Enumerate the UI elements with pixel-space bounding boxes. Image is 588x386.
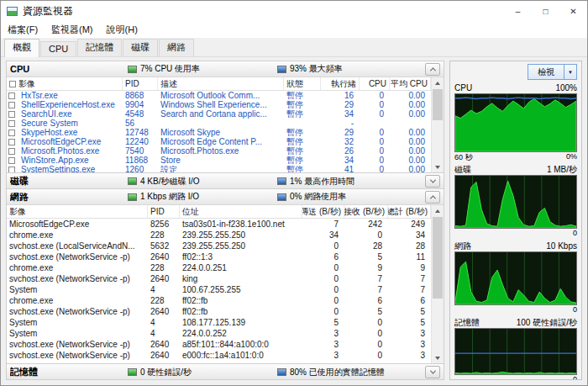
network-scrollbar-track[interactable] bbox=[432, 216, 444, 352]
dropdown-arrow-icon[interactable]: ▼ bbox=[564, 65, 576, 79]
network-table-row[interactable]: svchost.exe (NetworkService -p)2640king0… bbox=[7, 273, 431, 284]
network-scrollbar[interactable] bbox=[431, 205, 444, 363]
send-bps: 0 bbox=[302, 307, 344, 316]
menu-monitor[interactable]: 監視器(M) bbox=[45, 22, 100, 38]
maximize-button[interactable]: □ bbox=[532, 1, 559, 21]
tab-cpu[interactable]: CPU bbox=[40, 41, 76, 56]
process-pid: 1260 bbox=[123, 165, 158, 172]
row-checkbox[interactable] bbox=[7, 148, 18, 155]
net-col-pid[interactable]: PID bbox=[148, 205, 180, 218]
network-table-row[interactable]: System4224.0.0.252303 bbox=[7, 328, 431, 339]
scroll-up-button[interactable] bbox=[432, 205, 444, 216]
network-io-label: 1 Kbps 網路 I/O bbox=[140, 191, 199, 203]
menu-help[interactable]: 說明(H) bbox=[100, 22, 144, 38]
cpu-table-row[interactable]: MicrosoftEdgeCP.exe12240Microsoft Edge C… bbox=[7, 137, 431, 146]
network-table-row[interactable]: svchost.exe (NetworkService -p)2640ff02:… bbox=[7, 306, 431, 317]
tab-disk[interactable]: 磁碟 bbox=[123, 39, 158, 56]
minimize-button[interactable]: – bbox=[504, 1, 532, 21]
cpu-scrollbar-track[interactable] bbox=[432, 88, 444, 161]
net-col-total[interactable]: 總計 (B/秒) bbox=[388, 205, 431, 218]
cpu-col-description[interactable]: 描述 bbox=[158, 77, 284, 90]
row-checkbox[interactable] bbox=[7, 167, 18, 173]
overview-page: CPU 7% CPU 使用率 93% 最大頻率 影像 bbox=[1, 57, 587, 385]
cpu-col-average[interactable]: 平均 CPU bbox=[390, 77, 431, 90]
cpu-scrollbar[interactable] bbox=[431, 77, 444, 172]
memory-used-label: 80% 已使用的實體記憶體 bbox=[290, 367, 385, 378]
process-pid: 9904 bbox=[123, 100, 158, 109]
cpu-collapse-button[interactable] bbox=[425, 63, 440, 76]
row-checkbox[interactable] bbox=[7, 130, 18, 136]
tab-memory[interactable]: 記憶體 bbox=[77, 39, 122, 56]
row-checkbox[interactable] bbox=[7, 139, 18, 145]
network-table-row[interactable]: System4108.177.125.139505 bbox=[7, 317, 431, 328]
process-status: 暫停 bbox=[284, 108, 321, 120]
network-section: 網路 1 Kbps 網路 I/O 0% 網路使用率 影像 bbox=[6, 188, 444, 364]
net-col-send[interactable]: 傳送 (B/秒) bbox=[302, 205, 344, 218]
process-threads: 34 bbox=[321, 109, 360, 119]
cpu-col-pid[interactable]: PID bbox=[123, 77, 158, 90]
cpu-scrollbar-thumb[interactable] bbox=[433, 89, 443, 120]
memory-graph-bottom-row: 0 bbox=[454, 375, 577, 380]
network-table-row[interactable]: svchost.exe (NetworkService -p)2640ff02:… bbox=[7, 251, 431, 262]
cpu-table-row[interactable]: SystemSettings.exe1260設定暫停4100.00 bbox=[7, 165, 431, 172]
green-legend-icon bbox=[128, 368, 137, 376]
process-pid: 8256 bbox=[148, 219, 180, 229]
row-checkbox[interactable] bbox=[7, 93, 18, 99]
cpu-col-status[interactable]: 狀態 bbox=[284, 77, 321, 90]
network-table-row[interactable]: svchost.exe (NetworkService -p)2640a85f:… bbox=[7, 339, 431, 350]
cpu-table-row[interactable]: ShellExperienceHost.exe9904Windows Shell… bbox=[7, 100, 431, 109]
process-description: Search and Cortana applic... bbox=[158, 109, 284, 119]
scroll-down-button[interactable] bbox=[432, 352, 444, 363]
process-name: chrome.exe bbox=[7, 296, 148, 305]
network-table-row[interactable]: MicrosoftEdgeCP.exe8256tsa03s01-in-f238.… bbox=[7, 219, 431, 230]
process-pid: 12748 bbox=[123, 128, 158, 137]
network-table-row[interactable]: chrome.exe228ff02::fb066 bbox=[7, 295, 431, 306]
network-table-row[interactable]: chrome.exe228224.0.0.251099 bbox=[7, 262, 431, 273]
close-button[interactable]: ✕ bbox=[559, 1, 587, 21]
cpu-col-threads[interactable]: 執行緒 bbox=[321, 77, 360, 90]
cpu-table-row[interactable]: SkypeHost.exe12748Microsoft Skype暫停2900.… bbox=[7, 128, 431, 137]
send-bps: 3 bbox=[302, 329, 344, 338]
net-col-image[interactable]: 影像 bbox=[7, 205, 148, 218]
network-scrollbar-thumb[interactable] bbox=[433, 217, 443, 299]
scroll-down-button[interactable] bbox=[432, 161, 444, 172]
cpu-table-row[interactable]: Secure System56- bbox=[7, 119, 431, 128]
tab-overview[interactable]: 概觀 bbox=[4, 39, 39, 57]
disk-expand-button[interactable] bbox=[425, 175, 440, 188]
cpu-col-image[interactable]: 影像 bbox=[7, 77, 123, 90]
memory-used-legend: 80% 已使用的實體記憶體 bbox=[277, 367, 425, 378]
network-usage-legend: 0% 網路使用率 bbox=[277, 191, 425, 203]
memory-expand-button[interactable] bbox=[425, 366, 440, 378]
process-threads: 32 bbox=[321, 137, 360, 146]
network-table-row[interactable]: System4100.67.255.255077 bbox=[7, 284, 431, 295]
window-title: 資源監視器 bbox=[23, 4, 73, 19]
memory-graph-title: 記憶體 bbox=[454, 317, 480, 329]
cpu-table-row[interactable]: SearchUI.exe4548Search and Cortana appli… bbox=[7, 109, 431, 119]
cpu-col-cpu[interactable]: CPU bbox=[360, 77, 390, 90]
view-button[interactable]: 檢視 ▼ bbox=[528, 64, 577, 80]
connection-address: ff02::fb bbox=[180, 296, 302, 305]
tab-network[interactable]: 網路 bbox=[159, 39, 194, 56]
row-checkbox[interactable] bbox=[7, 102, 18, 108]
total-bps: 5 bbox=[388, 307, 431, 316]
process-avg-cpu: 0.00 bbox=[390, 165, 431, 172]
row-checkbox[interactable] bbox=[7, 120, 18, 127]
connection-address: 100.67.255.255 bbox=[180, 285, 302, 294]
row-checkbox[interactable] bbox=[7, 157, 18, 164]
cpu-table-row[interactable]: HxTsr.exe8868Microsoft Outlook Comm...暫停… bbox=[7, 91, 431, 100]
cpu-graph-title: CPU bbox=[454, 83, 472, 93]
net-col-receive[interactable]: 接收 (B/秒) bbox=[344, 205, 388, 218]
header-checkbox[interactable] bbox=[9, 81, 16, 87]
row-checkbox[interactable] bbox=[7, 111, 18, 118]
process-description: Windows Shell Experience... bbox=[158, 100, 284, 109]
disk-graph-title-row: 磁碟 1 MB/秒 bbox=[454, 164, 577, 175]
network-table-row[interactable]: svchost.exe (NetworkService -p)2640e000:… bbox=[7, 350, 431, 361]
net-col-address[interactable]: 位址 bbox=[180, 205, 302, 218]
network-table-row[interactable]: svchost.exe (LocalServiceAndN...5632239.… bbox=[7, 241, 431, 251]
cpu-table-row[interactable]: Microsoft.Photos.exe7540Microsoft.Photos… bbox=[7, 146, 431, 156]
scroll-up-button[interactable] bbox=[432, 77, 444, 88]
process-threads: 29 bbox=[321, 100, 360, 109]
network-collapse-button[interactable] bbox=[425, 191, 440, 204]
menu-file[interactable]: 檔案(F) bbox=[1, 22, 45, 38]
network-table-row[interactable]: chrome.exe228239.255.255.25034034 bbox=[7, 230, 431, 241]
